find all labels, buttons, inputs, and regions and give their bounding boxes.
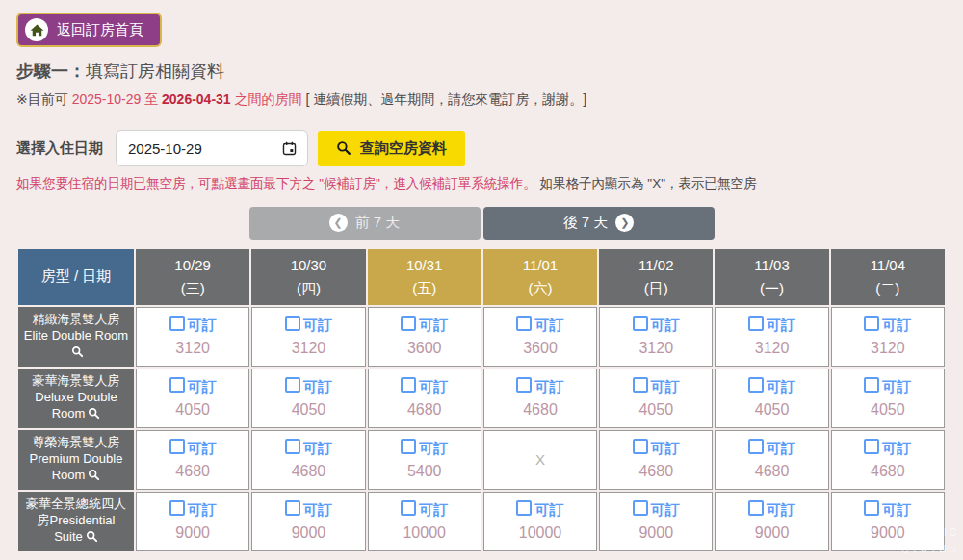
book-link[interactable]: 可訂 bbox=[285, 317, 332, 333]
book-link[interactable]: 可訂 bbox=[633, 378, 680, 395]
date-range-notice: ※目前可 2025-10-29 至 2026-04-31 之間的房間 [ 連續假… bbox=[16, 90, 947, 108]
checkbox-icon[interactable] bbox=[633, 439, 648, 454]
availability-cell: 可訂3600 bbox=[368, 307, 482, 367]
availability-cell: 可訂10000 bbox=[483, 492, 597, 551]
availability-cell: 可訂4050 bbox=[251, 369, 365, 428]
price-label: 4680 bbox=[484, 401, 596, 419]
book-link[interactable]: 可訂 bbox=[285, 440, 332, 456]
prev-7-days-label: 前 7 天 bbox=[355, 214, 401, 232]
book-link[interactable]: 可訂 bbox=[748, 440, 795, 456]
magnifier-icon[interactable] bbox=[85, 468, 100, 482]
room-row: 豪華全景總統四人房Presidential Suite可訂9000可訂9000可… bbox=[18, 492, 945, 551]
checkbox-icon[interactable] bbox=[748, 500, 764, 516]
availability-cell: 可訂3120 bbox=[715, 307, 828, 367]
checkbox-icon[interactable] bbox=[633, 316, 648, 331]
back-to-home-button[interactable]: 返回訂房首頁 bbox=[16, 13, 162, 47]
book-link[interactable]: 可訂 bbox=[748, 501, 795, 518]
book-link[interactable]: 可訂 bbox=[864, 317, 911, 333]
book-link[interactable]: 可訂 bbox=[285, 501, 332, 518]
availability-cell: 可訂4680 bbox=[831, 430, 945, 490]
price-label: 4680 bbox=[832, 463, 944, 480]
room-name-cell[interactable]: 尊榮海景雙人房 Premium Double Room bbox=[18, 430, 134, 490]
price-label: 9000 bbox=[252, 524, 364, 542]
book-link[interactable]: 可訂 bbox=[401, 378, 448, 395]
book-link[interactable]: 可訂 bbox=[864, 378, 911, 395]
prev-7-days-button[interactable]: ❮ 前 7 天 bbox=[249, 207, 481, 240]
room-name-cell[interactable]: 豪華全景總統四人房Presidential Suite bbox=[18, 492, 134, 551]
date-header-row: 房型 / 日期 10/29(三)10/30(四)10/31(五)11/01(六)… bbox=[18, 249, 945, 305]
checkbox-icon[interactable] bbox=[516, 377, 532, 393]
price-label: 4680 bbox=[369, 401, 481, 419]
date-column-header: 10/29(三) bbox=[136, 249, 249, 305]
book-link[interactable]: 可訂 bbox=[516, 317, 563, 333]
checkbox-icon[interactable] bbox=[748, 316, 764, 331]
checkbox-icon[interactable] bbox=[633, 500, 648, 516]
checkin-date-label: 選擇入住日期 bbox=[16, 140, 103, 158]
date-column-header: 11/01(六) bbox=[483, 249, 597, 305]
date-column-header: 11/03(一) bbox=[715, 249, 828, 305]
book-link[interactable]: 可訂 bbox=[401, 501, 448, 518]
book-link[interactable]: 可訂 bbox=[169, 317, 217, 333]
checkbox-icon[interactable] bbox=[633, 377, 648, 393]
checkbox-icon[interactable] bbox=[285, 500, 300, 516]
book-link[interactable]: 可訂 bbox=[633, 440, 680, 456]
book-link[interactable]: 可訂 bbox=[748, 378, 795, 395]
checkbox-icon[interactable] bbox=[285, 316, 300, 331]
book-link[interactable]: 可訂 bbox=[864, 501, 911, 518]
checkin-date-value: 2025-10-29 bbox=[128, 140, 202, 157]
search-row: 選擇入住日期 2025-10-29 查詢空房資料 bbox=[16, 130, 947, 166]
book-link[interactable]: 可訂 bbox=[633, 317, 680, 333]
availability-tbody: 精緻海景雙人房 Elite Double Room可訂3120可訂3120可訂3… bbox=[18, 307, 945, 551]
book-link[interactable]: 可訂 bbox=[285, 378, 332, 395]
availability-cell: 可訂4050 bbox=[715, 369, 828, 428]
checkbox-icon[interactable] bbox=[516, 500, 532, 516]
checkbox-icon[interactable] bbox=[169, 377, 185, 393]
book-link[interactable]: 可訂 bbox=[516, 501, 563, 518]
checkbox-icon[interactable] bbox=[401, 316, 416, 331]
room-name-cell[interactable]: 豪華海景雙人房 Deluxe Double Room bbox=[18, 369, 134, 428]
checkbox-icon[interactable] bbox=[285, 439, 300, 454]
search-availability-button[interactable]: 查詢空房資料 bbox=[318, 131, 465, 166]
calendar-icon[interactable] bbox=[281, 140, 298, 157]
book-link[interactable]: 可訂 bbox=[516, 378, 563, 395]
date-column-header: 10/31(五) bbox=[368, 249, 482, 305]
book-link[interactable]: 可訂 bbox=[169, 440, 217, 456]
checkbox-icon[interactable] bbox=[169, 500, 185, 516]
checkin-date-input[interactable]: 2025-10-29 bbox=[116, 130, 308, 166]
notice-holiday-remark: [ 連續假期、過年期間，請您來電訂房，謝謝。] bbox=[305, 91, 586, 107]
checkbox-icon[interactable] bbox=[285, 377, 300, 393]
room-name-label: 精緻海景雙人房 Elite Double Room bbox=[24, 312, 128, 343]
availability-cell: 可訂4680 bbox=[599, 430, 713, 490]
magnifier-icon[interactable] bbox=[83, 529, 98, 544]
price-label: 3120 bbox=[832, 340, 944, 357]
checkbox-icon[interactable] bbox=[169, 439, 185, 454]
checkbox-icon[interactable] bbox=[169, 316, 185, 331]
checkbox-icon[interactable] bbox=[864, 377, 879, 393]
book-link[interactable]: 可訂 bbox=[401, 440, 448, 456]
checkbox-icon[interactable] bbox=[748, 439, 764, 454]
checkbox-icon[interactable] bbox=[401, 500, 416, 516]
checkbox-icon[interactable] bbox=[864, 439, 879, 454]
price-label: 3120 bbox=[716, 340, 827, 357]
price-label: 4680 bbox=[252, 463, 364, 480]
book-link[interactable]: 可訂 bbox=[864, 440, 911, 456]
checkbox-icon[interactable] bbox=[864, 500, 879, 516]
checkbox-icon[interactable] bbox=[401, 439, 416, 454]
checkbox-icon[interactable] bbox=[516, 316, 532, 331]
price-label: 9000 bbox=[137, 524, 248, 542]
book-link[interactable]: 可訂 bbox=[169, 378, 217, 395]
book-link[interactable]: 可訂 bbox=[748, 317, 795, 333]
next-7-days-button[interactable]: 後 7 天 ❯ bbox=[483, 207, 715, 240]
book-link[interactable]: 可訂 bbox=[633, 501, 680, 518]
price-label: 4680 bbox=[716, 463, 827, 480]
room-name-cell[interactable]: 精緻海景雙人房 Elite Double Room bbox=[18, 307, 134, 367]
book-link[interactable]: 可訂 bbox=[169, 501, 217, 518]
checkbox-icon[interactable] bbox=[748, 377, 764, 393]
room-name-label: 豪華海景雙人房 Deluxe Double Room bbox=[33, 373, 120, 420]
book-link[interactable]: 可訂 bbox=[401, 317, 448, 333]
magnifier-icon[interactable] bbox=[68, 344, 84, 359]
checkbox-icon[interactable] bbox=[401, 377, 416, 393]
magnifier-icon[interactable] bbox=[85, 406, 100, 420]
checkbox-icon[interactable] bbox=[864, 316, 879, 331]
search-button-label: 查詢空房資料 bbox=[360, 140, 447, 158]
